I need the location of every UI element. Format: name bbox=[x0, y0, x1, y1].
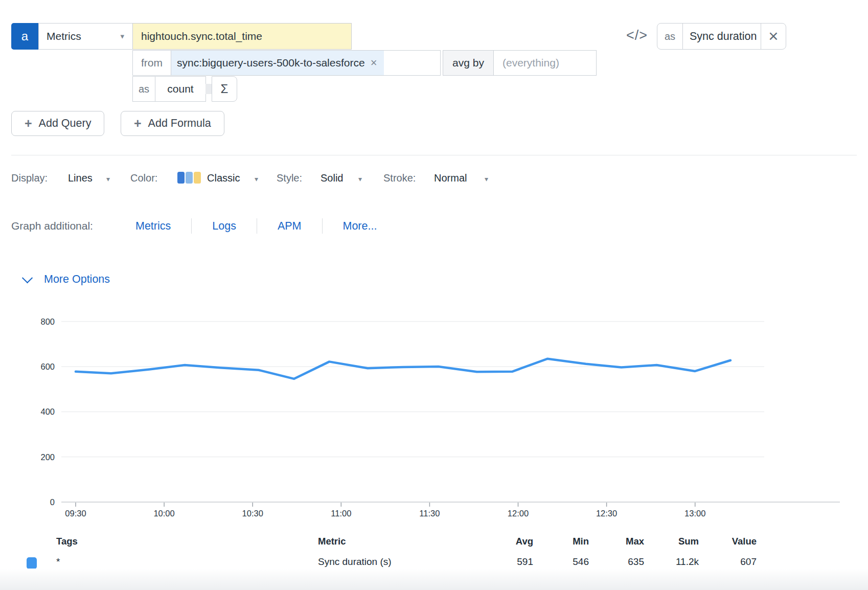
table-header-value: Value bbox=[711, 536, 757, 547]
sigma-function-button[interactable]: Σ bbox=[212, 76, 237, 102]
bottom-fade bbox=[0, 569, 868, 590]
x-axis-label: 12:00 bbox=[508, 509, 529, 518]
add-query-label: Add Query bbox=[39, 117, 92, 130]
color-dropdown[interactable]: Classic bbox=[207, 171, 240, 185]
color-label: Color: bbox=[130, 171, 157, 185]
x-axis-label: 09:30 bbox=[65, 509, 86, 518]
scope-input[interactable]: sync:bigquery-users-500k-to-salesforce × bbox=[171, 50, 441, 76]
graph-additional-link-metrics[interactable]: Metrics bbox=[124, 220, 191, 233]
graph-additional-link-more[interactable]: More... bbox=[323, 220, 398, 233]
table-row-tag: * bbox=[56, 556, 60, 568]
data-source-dropdown[interactable]: Metrics ▾ bbox=[38, 23, 133, 50]
swatch-color bbox=[177, 172, 185, 184]
stroke-dropdown[interactable]: Normal bbox=[434, 171, 467, 185]
table-header-metric: Metric bbox=[318, 536, 346, 547]
group-by-input[interactable]: (everything) bbox=[493, 50, 597, 76]
y-axis-label: 600 bbox=[40, 362, 55, 371]
table-row-min: 546 bbox=[543, 556, 589, 568]
graph-additional-links: MetricsLogsAPMMore... bbox=[124, 215, 397, 237]
add-formula-button[interactable]: + Add Formula bbox=[121, 111, 224, 136]
metric-line bbox=[76, 359, 730, 379]
avg-by-dropdown[interactable]: avg by bbox=[443, 50, 494, 76]
add-query-button[interactable]: + Add Query bbox=[11, 111, 104, 136]
metric-query-input[interactable]: hightouch.sync.total_time bbox=[132, 23, 352, 50]
table-header-tags: Tags bbox=[56, 536, 78, 547]
color-swatch[interactable] bbox=[177, 172, 201, 184]
swatch-color bbox=[186, 172, 193, 184]
y-axis-label: 800 bbox=[40, 317, 55, 326]
metric-query-editor: a Metrics ▾ hightouch.sync.total_time </… bbox=[0, 0, 868, 590]
y-axis-label: 400 bbox=[40, 407, 55, 416]
chevron-down-icon[interactable]: ▾ bbox=[106, 172, 110, 186]
chevron-down-icon: ▾ bbox=[120, 32, 124, 41]
table-header-avg: Avg bbox=[487, 536, 533, 547]
display-dropdown[interactable]: Lines bbox=[68, 171, 93, 185]
display-label: Display: bbox=[11, 171, 48, 185]
swatch-color bbox=[194, 172, 201, 184]
more-options-label: More Options bbox=[44, 273, 110, 286]
table-header-sum: Sum bbox=[653, 536, 699, 547]
more-options-toggle[interactable]: More Options bbox=[24, 273, 110, 286]
chevron-down-icon[interactable]: ▾ bbox=[255, 172, 258, 186]
table-header-max: Max bbox=[598, 536, 644, 547]
x-axis-label: 11:30 bbox=[419, 509, 440, 518]
chevron-down-icon[interactable]: ▾ bbox=[485, 172, 488, 186]
table-header-min: Min bbox=[543, 536, 589, 547]
graph-additional-link-logs[interactable]: Logs bbox=[192, 220, 257, 233]
stroke-label: Stroke: bbox=[383, 171, 416, 185]
y-axis-label: 0 bbox=[50, 497, 55, 507]
chip-remove-icon[interactable]: × bbox=[371, 56, 377, 70]
code-view-icon[interactable]: </> bbox=[626, 28, 648, 43]
alias-as-label: as bbox=[657, 24, 683, 49]
query-letter-badge: a bbox=[11, 23, 38, 50]
close-icon[interactable]: × bbox=[761, 24, 786, 49]
style-dropdown[interactable]: Solid bbox=[321, 171, 343, 185]
data-source-label: Metrics bbox=[47, 30, 81, 42]
chevron-down-icon bbox=[22, 273, 33, 283]
from-label: from bbox=[132, 50, 171, 76]
legend-swatch[interactable] bbox=[27, 557, 37, 569]
table-row-metric: Sync duration (s) bbox=[318, 556, 392, 568]
x-axis-label: 11:00 bbox=[331, 509, 351, 518]
chevron-down-icon[interactable]: ▾ bbox=[358, 172, 362, 186]
rollup-dropdown[interactable]: count bbox=[155, 76, 206, 102]
x-axis-label: 12:30 bbox=[596, 509, 617, 518]
x-axis-label: 10:00 bbox=[153, 509, 174, 518]
plus-icon: + bbox=[25, 117, 32, 130]
scope-chip[interactable]: sync:bigquery-users-500k-to-salesforce × bbox=[171, 51, 384, 75]
table-row-value: 607 bbox=[711, 556, 757, 568]
x-axis-label: 13:00 bbox=[684, 509, 705, 518]
table-row-max: 635 bbox=[598, 556, 644, 568]
timeseries-chart: 020040060080009:3010:0010:3011:0011:3012… bbox=[0, 0, 868, 532]
add-formula-label: Add Formula bbox=[148, 117, 211, 130]
section-divider bbox=[11, 155, 857, 155]
style-label: Style: bbox=[277, 171, 302, 185]
group-by-placeholder: (everything) bbox=[502, 57, 559, 69]
y-axis-label: 200 bbox=[40, 452, 55, 462]
table-row-avg: 591 bbox=[487, 556, 533, 568]
alias-input[interactable]: Sync duration bbox=[683, 24, 761, 49]
plus-icon: + bbox=[134, 117, 142, 130]
graph-additional-link-apm[interactable]: APM bbox=[257, 220, 322, 233]
metric-query-text: hightouch.sync.total_time bbox=[141, 30, 262, 42]
as-label: as bbox=[132, 76, 155, 102]
x-axis-label: 10:30 bbox=[242, 509, 263, 518]
alias-group: as Sync duration × bbox=[657, 23, 786, 50]
graph-additional-label: Graph additional: bbox=[11, 220, 93, 232]
table-row-sum: 11.2k bbox=[653, 556, 699, 568]
scope-chip-text: sync:bigquery-users-500k-to-salesforce bbox=[177, 57, 365, 69]
